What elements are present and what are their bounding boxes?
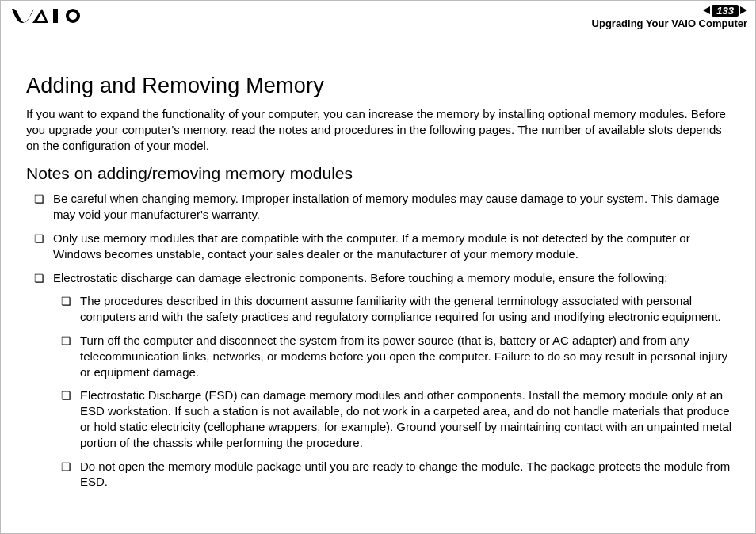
list-item: Be careful when changing memory. Imprope… (26, 191, 736, 223)
svg-rect-0 (53, 9, 58, 23)
prev-page-arrow-icon[interactable] (703, 6, 710, 14)
list-item: Electrostatic Discharge (ESD) can damage… (53, 387, 736, 450)
page-number-nav: 133 (703, 5, 747, 17)
document-page: 133 Upgrading Your VAIO Computer Adding … (0, 0, 756, 534)
section-heading: Notes on adding/removing memory modules (26, 164, 736, 183)
list-item-text: Electrostatic discharge can damage elect… (53, 271, 667, 284)
section-breadcrumb: Upgrading Your VAIO Computer (592, 18, 747, 29)
svg-point-2 (69, 12, 77, 20)
next-page-arrow-icon[interactable] (740, 6, 747, 14)
list-item: The procedures described in this documen… (53, 293, 736, 325)
vaio-logo (12, 9, 88, 25)
page-title: Adding and Removing Memory (26, 74, 736, 98)
list-item: Only use memory modules that are compati… (26, 231, 736, 262)
intro-paragraph: If you want to expand the functionality … (26, 106, 736, 153)
list-item: Electrostatic discharge can damage elect… (26, 270, 736, 490)
notes-list: Be careful when changing memory. Imprope… (26, 191, 736, 490)
list-item: Turn off the computer and disconnect the… (53, 333, 736, 380)
header-right: 133 Upgrading Your VAIO Computer (592, 4, 747, 29)
page-number: 133 (712, 5, 739, 17)
list-item: Do not open the memory module package un… (53, 459, 736, 490)
sub-notes-list: The procedures described in this documen… (53, 293, 736, 490)
page-header: 133 Upgrading Your VAIO Computer (1, 1, 755, 32)
page-content: Adding and Removing Memory If you want t… (1, 32, 755, 505)
